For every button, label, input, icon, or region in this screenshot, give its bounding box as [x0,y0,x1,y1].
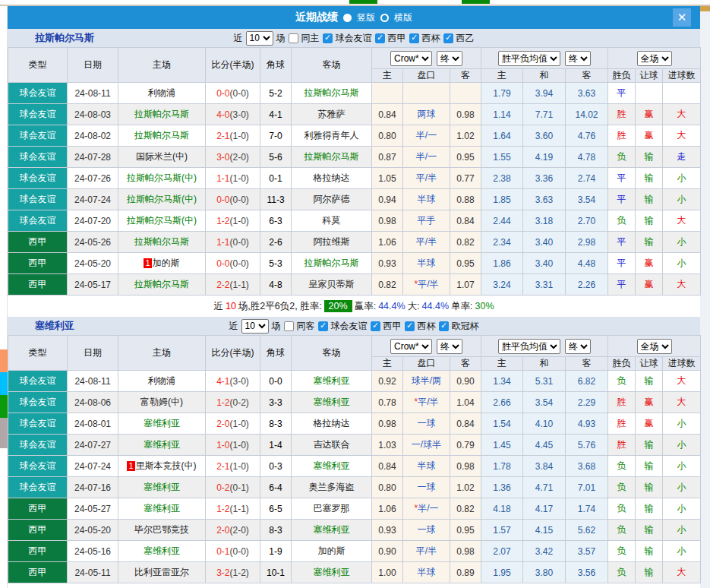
result-handicap: 输 [636,189,663,210]
result-goals: 小 [663,413,701,435]
league-checkbox[interactable] [409,33,419,43]
result-wdl: 负 [608,498,636,520]
result-wdl: 负 [608,456,636,477]
away-team-cell: 阿拉维斯 [292,232,372,253]
results-table-las-palmas: 类型 日期 主场 比分(半场) 角球 客场 Crow* 终 胜平负均值 [8,47,701,296]
final-odds-select[interactable]: 终 [565,339,591,354]
horizontal-layout-label[interactable]: 横版 [394,11,412,24]
same-venue-checkbox[interactable] [284,321,294,331]
filter-bar: 近 10 场 同客 球会友谊 西甲 西杯 欧冠杯 [229,319,479,334]
match-count-select[interactable]: 10 [241,319,269,334]
result-goals [663,83,701,104]
league-label[interactable]: 球会友谊 [336,32,372,45]
fulltime-score: 0-0 [216,88,229,99]
horizontal-layout-radio[interactable] [380,14,389,22]
competition-type: 球会友谊 [8,210,68,232]
fulltime-score: 1-1 [216,237,229,248]
dialog-titlebar: 近期战绩 竖版 横版 ✕ [8,6,700,29]
league-checkbox[interactable] [443,33,453,43]
final-odds-select[interactable]: 终 [565,51,591,66]
close-icon[interactable]: ✕ [673,8,691,27]
handicap-away-odds [450,83,481,104]
league-checkbox[interactable] [405,321,415,331]
match-date: 24-05-11 [68,562,118,583]
result-wdl: 平 [608,168,636,189]
final-odds-select[interactable]: 终 [437,51,462,66]
score-cell: 1-1(0-0) [206,232,260,253]
match-row: 球会友谊 24-08-03 拉斯帕尔马斯 4-0(3-0) 4-1 苏雅萨 0.… [8,104,701,125]
home-team: 富勒姆(中) [140,397,183,407]
home-team-cell: 富勒姆(中) [118,392,206,413]
match-count-select[interactable]: 10 [246,31,273,46]
odds-provider-select[interactable]: Crow* [390,339,432,354]
odds-draw: 3.31 [523,274,566,296]
handicap-away-odds: 1.04 [450,392,481,413]
away-team-cell: 塞维利亚 [292,392,372,413]
corner-cell: 10-1 [260,562,292,583]
handicap-home-odds [372,83,403,104]
sub-header-home-odds: 主 [372,69,403,83]
result-goals: 大 [663,125,701,147]
halftime-score: (1-0) [230,419,249,429]
league-checkbox[interactable] [323,33,333,43]
same-venue-checkbox[interactable] [289,33,298,43]
results-table-sevilla: 类型 日期 主场 比分(半场) 角球 客场 Crow* 终 胜平负均值 [8,335,701,583]
handicap-home-odds: 0.92 [372,371,403,392]
home-team-cell: 塞维利亚 [118,498,206,520]
handicap-home-odds: 0.80 [372,125,403,147]
league-label[interactable]: 球会友谊 [331,320,368,333]
league-label[interactable]: 西甲 [388,32,406,45]
result-goals: 大 [663,210,701,232]
result-goals: 小 [663,232,701,253]
home-team-cell: 拉斯帕尔马斯(中) [118,189,206,210]
summary-single-label: 单率: [451,300,472,313]
home-team-cell: 利物浦 [118,83,206,104]
odds-draw: 7.71 [523,104,566,125]
odds-home: 1.54 [481,413,523,435]
league-label[interactable]: 西乙 [456,32,475,45]
odds-draw: 5.31 [523,371,566,392]
vertical-layout-label[interactable]: 竖版 [357,11,375,24]
col-header-home: 主场 [118,48,206,83]
odds-type-select[interactable]: 胜平负均值 [498,339,560,354]
sub-header-result: 胜负 [608,357,636,371]
handicap-away-odds: 0.77 [450,168,481,189]
league-checkbox[interactable] [375,33,385,43]
same-venue-label[interactable]: 同主 [301,32,320,45]
home-team: 利物浦 [148,375,175,386]
league-label[interactable]: 西杯 [422,32,440,45]
home-team-cell: 拉斯帕尔马斯 [118,104,206,125]
league-checkbox[interactable] [318,321,328,331]
away-team-cell: 拉斯帕尔马斯 [292,253,372,274]
match-scope-select[interactable]: 全场 [637,51,672,66]
match-date: 24-05-20 [68,253,118,274]
handicap-line: 半球 [403,253,450,274]
odds-type-select[interactable]: 胜平负均值 [498,51,560,66]
scope-group-header: 全场 [608,48,701,69]
handicap-line: *平/半 [403,392,450,413]
league-label[interactable]: 西甲 [383,320,402,333]
fulltime-score: 2-2 [216,280,229,290]
odds-provider-select[interactable]: Crow* [390,51,432,66]
corner-cell: 1-4 [260,435,292,456]
vertical-layout-radio[interactable] [343,14,352,22]
section-header-las-palmas: 拉斯帕尔马斯 近 10 场 同主 球会友谊 西甲 西杯 西乙 [8,29,700,47]
competition-type: 西甲 [8,520,68,541]
handicap-line: 平/半 [403,232,450,253]
away-team: 塞维利亚 [314,375,350,386]
fulltime-score: 2-1 [216,461,229,472]
league-label[interactable]: 欧冠杯 [452,320,479,333]
result-wdl: 胜 [608,125,636,147]
match-date: 24-08-11 [68,83,118,104]
match-scope-select[interactable]: 全场 [637,339,672,354]
league-label[interactable]: 西杯 [418,320,436,333]
sub-header-x: 和 [523,69,566,83]
league-checkbox[interactable] [439,321,449,331]
same-venue-label[interactable]: 同客 [297,320,315,333]
league-checkbox[interactable] [371,321,380,331]
odds-home: 1.79 [481,83,523,104]
col-header-corner: 角球 [260,336,292,371]
odds-away: 3.56 [566,562,608,583]
final-odds-select[interactable]: 终 [437,339,462,354]
home-team-cell: 拉斯帕尔马斯 [118,274,206,296]
